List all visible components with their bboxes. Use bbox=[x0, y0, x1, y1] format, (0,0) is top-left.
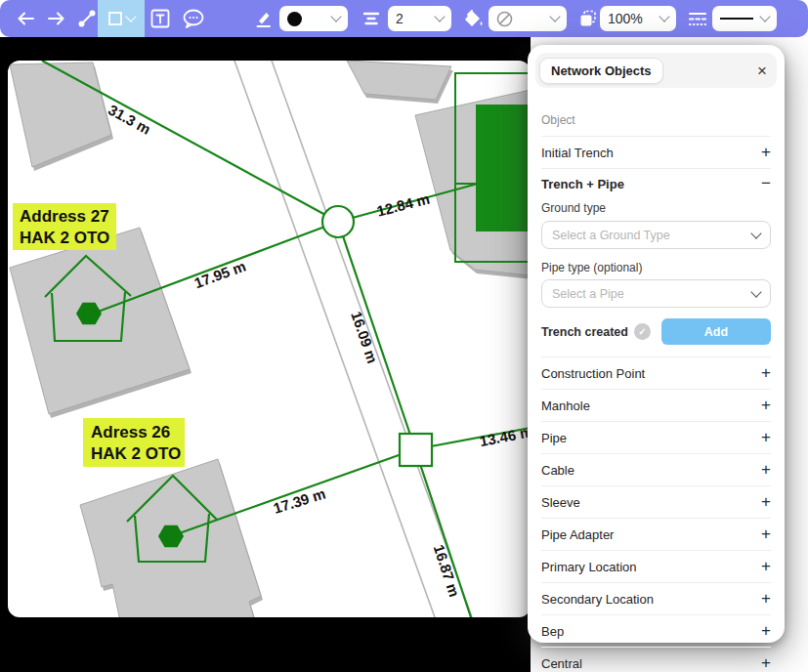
panel-title[interactable]: Network Objects bbox=[539, 58, 663, 84]
polyline-icon bbox=[77, 9, 97, 28]
accordion-label: Manhole bbox=[541, 399, 590, 413]
fill-color-button[interactable] bbox=[461, 7, 485, 30]
pen-color-button[interactable] bbox=[252, 7, 276, 30]
plus-icon[interactable]: + bbox=[761, 653, 771, 672]
junction-square[interactable] bbox=[400, 434, 432, 466]
chevron-down-icon bbox=[549, 11, 560, 21]
redo-icon bbox=[46, 10, 67, 27]
address-label-line1: Address 27 bbox=[20, 207, 109, 226]
redo-button[interactable] bbox=[45, 7, 68, 30]
accordion-label: Cable bbox=[541, 463, 574, 478]
plus-icon[interactable]: + bbox=[761, 557, 771, 576]
close-icon[interactable]: × bbox=[757, 63, 767, 79]
address-label-line2: HAK 2 OTO bbox=[91, 444, 181, 463]
measurement-label: 12.84 m bbox=[375, 190, 432, 220]
chevron-down-icon bbox=[330, 11, 341, 21]
accordion-pipe[interactable]: Pipe + bbox=[541, 422, 771, 454]
undo-button[interactable] bbox=[14, 7, 37, 30]
stroke-width-value: 2 bbox=[396, 11, 404, 26]
accordion-label: Bep bbox=[541, 624, 564, 639]
junction-circle[interactable] bbox=[322, 206, 354, 237]
accordion-label: Initial Trench bbox=[541, 146, 614, 160]
plus-icon[interactable]: + bbox=[761, 143, 771, 162]
accordion-bep[interactable]: Bep + bbox=[541, 615, 771, 648]
align-lines-icon bbox=[361, 9, 381, 28]
dash-pattern-button[interactable] bbox=[686, 7, 709, 30]
accordion-label: Pipe Adapter bbox=[541, 527, 614, 542]
ground-type-select[interactable]: Select a Ground Type bbox=[541, 221, 771, 249]
building bbox=[10, 228, 190, 414]
accordion-cable[interactable]: Cable + bbox=[541, 454, 771, 486]
object-section-label: Object bbox=[541, 113, 771, 127]
text-tool-button[interactable] bbox=[149, 7, 172, 30]
paint-bucket-icon bbox=[462, 9, 484, 28]
text-tool-icon bbox=[150, 9, 170, 28]
plus-icon[interactable]: + bbox=[761, 396, 771, 415]
pipe-type-label: Pipe type (optional) bbox=[541, 261, 771, 274]
stroke-width-dropdown[interactable]: 2 bbox=[388, 6, 451, 31]
accordion-manhole[interactable]: Manhole + bbox=[541, 390, 771, 422]
accordion-initial-trench[interactable]: Initial Trench + bbox=[541, 137, 771, 168]
plus-icon[interactable]: + bbox=[761, 589, 771, 609]
chevron-down-icon bbox=[759, 11, 770, 21]
minus-icon[interactable]: − bbox=[761, 174, 771, 193]
trench-created-row: Trench created ✓ Add bbox=[541, 318, 771, 345]
accordion-label: Construction Point bbox=[541, 366, 645, 381]
accordion-central[interactable]: Central + bbox=[541, 648, 771, 672]
building bbox=[10, 63, 111, 167]
chevron-down-icon bbox=[125, 11, 136, 21]
address-label-line2: HAK 2 OTO bbox=[20, 229, 109, 247]
duplicate-button[interactable] bbox=[577, 7, 599, 30]
accordion-sleeve[interactable]: Sleeve + bbox=[541, 486, 771, 519]
panel-header: Network Objects × bbox=[535, 53, 777, 88]
chevron-down-icon bbox=[434, 11, 445, 21]
add-button[interactable]: Add bbox=[661, 318, 771, 345]
rectangle-tool-button[interactable] bbox=[98, 0, 145, 37]
ground-type-placeholder: Select a Ground Type bbox=[552, 229, 670, 242]
accordion-pipe-adapter[interactable]: Pipe Adapter + bbox=[541, 519, 771, 551]
pipe-type-select[interactable]: Select a Pipe bbox=[541, 279, 771, 308]
accordion-label: Sleeve bbox=[541, 495, 580, 510]
rectangle-tool-icon bbox=[107, 11, 123, 26]
polyline-tool-button[interactable] bbox=[75, 7, 99, 30]
accordion-label: Primary Location bbox=[541, 560, 637, 574]
accordion-primary-location[interactable]: Primary Location + bbox=[541, 551, 771, 583]
opacity-dropdown[interactable]: 100% bbox=[600, 6, 676, 31]
map-canvas[interactable]: Address 27 HAK 2 OTO Adress 26 HAK 2 OTO… bbox=[8, 61, 531, 617]
measurement-label: 16.87 m bbox=[431, 542, 463, 599]
drawing-toolbar: 2 100% bbox=[0, 0, 808, 37]
accordion-secondary-location[interactable]: Secondary Location + bbox=[541, 583, 771, 615]
building-footprints bbox=[10, 61, 531, 617]
opacity-value: 100% bbox=[608, 11, 643, 26]
accordion-construction-point[interactable]: Construction Point + bbox=[541, 357, 771, 390]
address-label[interactable]: Address 27 HAK 2 OTO bbox=[13, 203, 116, 250]
app-window: 2 100% bbox=[0, 0, 808, 672]
network-objects-panel: Network Objects × Object Initial Trench … bbox=[528, 45, 785, 643]
building-highlight-fill[interactable] bbox=[476, 105, 531, 231]
color-swatch bbox=[287, 12, 302, 26]
measurement-label: 17.95 m bbox=[191, 257, 248, 291]
check-circle-icon: ✓ bbox=[634, 323, 651, 340]
fill-style-dropdown[interactable] bbox=[489, 6, 567, 31]
address-label[interactable]: Adress 26 HAK 2 OTO bbox=[83, 418, 185, 467]
object-accordion-list: Construction Point + Manhole + Pipe + Ca… bbox=[541, 357, 771, 672]
road-edge bbox=[234, 61, 435, 617]
line-style-icon bbox=[720, 18, 753, 21]
plus-icon[interactable]: + bbox=[761, 492, 771, 512]
stroke-color-dropdown[interactable] bbox=[279, 6, 348, 31]
trench-line[interactable] bbox=[338, 222, 415, 449]
accordion-label: Pipe bbox=[541, 431, 567, 445]
plus-icon[interactable]: + bbox=[761, 525, 771, 544]
stroke-width-button[interactable] bbox=[360, 7, 383, 30]
ground-type-label: Ground type bbox=[541, 201, 771, 215]
line-style-dropdown[interactable] bbox=[712, 6, 777, 31]
copy-icon bbox=[578, 9, 598, 28]
plus-icon[interactable]: + bbox=[761, 621, 771, 641]
accordion-trench-pipe[interactable]: Trench + Pipe − bbox=[541, 169, 771, 198]
plus-icon[interactable]: + bbox=[761, 363, 771, 383]
plus-icon[interactable]: + bbox=[761, 428, 771, 447]
plus-icon[interactable]: + bbox=[761, 460, 771, 480]
comment-tool-button[interactable] bbox=[181, 7, 206, 30]
measurement-label: 31.3 m bbox=[106, 101, 153, 138]
chevron-down-icon bbox=[659, 11, 669, 21]
